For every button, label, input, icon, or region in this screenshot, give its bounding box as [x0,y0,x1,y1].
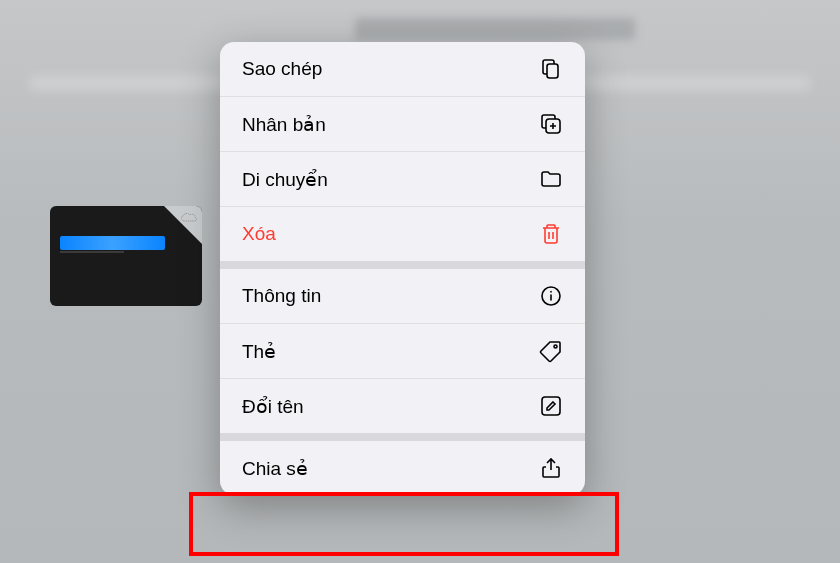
menu-item-duplicate[interactable]: Nhân bản [220,97,585,152]
menu-item-share[interactable]: Chia sẻ [220,441,585,495]
cloud-sync-icon [180,210,198,222]
menu-item-info[interactable]: Thông tin [220,269,585,324]
menu-item-rename[interactable]: Đổi tên [220,379,585,433]
menu-section-2: Thông tin Thẻ Đổi tên [220,269,585,433]
svg-point-3 [554,345,557,348]
menu-item-tag[interactable]: Thẻ [220,324,585,379]
menu-label-delete: Xóa [242,223,276,245]
info-icon [539,284,563,308]
context-menu: Sao chép Nhân bản Di chuyển Xóa [220,42,585,495]
svg-rect-0 [547,64,558,78]
trash-icon [539,222,563,246]
menu-divider-2 [220,433,585,441]
folder-icon [539,167,563,191]
menu-label-info: Thông tin [242,285,321,307]
menu-label-rename: Đổi tên [242,395,304,418]
project-thumbnail[interactable] [50,206,202,306]
share-icon [539,456,563,480]
menu-label-copy: Sao chép [242,58,322,80]
blurred-title [355,18,635,40]
menu-section-3: Chia sẻ [220,441,585,495]
duplicate-icon [539,112,563,136]
menu-item-move[interactable]: Di chuyển [220,152,585,207]
waveform-graphic [60,236,165,250]
menu-label-tag: Thẻ [242,340,276,363]
menu-label-duplicate: Nhân bản [242,113,326,136]
menu-item-delete[interactable]: Xóa [220,207,585,261]
menu-label-share: Chia sẻ [242,457,308,480]
tag-icon [539,339,563,363]
menu-section-1: Sao chép Nhân bản Di chuyển Xóa [220,42,585,261]
menu-divider-1 [220,261,585,269]
menu-item-copy[interactable]: Sao chép [220,42,585,97]
waveform-track [60,251,124,253]
edit-icon [539,394,563,418]
copy-icon [539,57,563,81]
menu-label-move: Di chuyển [242,168,328,191]
svg-rect-4 [542,397,560,415]
